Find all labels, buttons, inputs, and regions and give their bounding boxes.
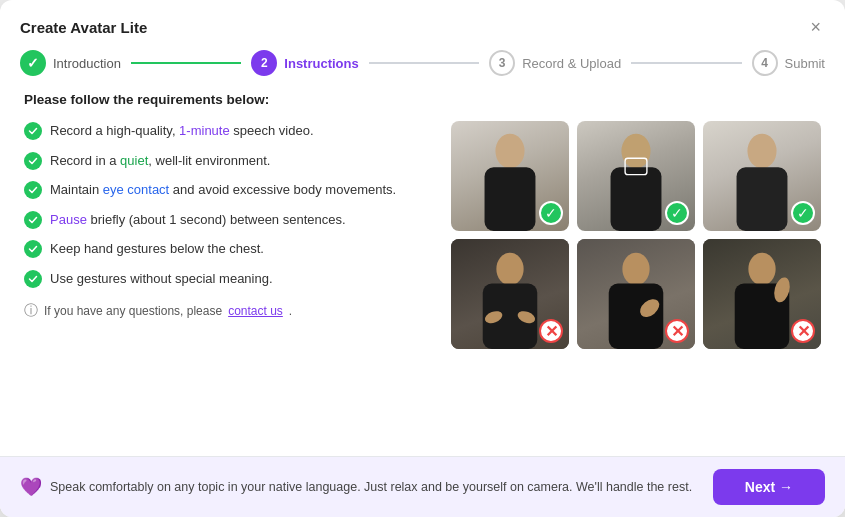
- footer-icon: 💜: [20, 476, 42, 498]
- svg-rect-6: [737, 167, 788, 231]
- example-image-2: ✓: [577, 121, 695, 231]
- image-5-badge: ✕: [665, 319, 689, 343]
- example-image-6: ✕: [703, 239, 821, 349]
- footer: 💜 Speak comfortably on any topic in your…: [0, 456, 845, 517]
- svg-rect-1: [485, 167, 536, 231]
- step-4-circle: 4: [752, 50, 778, 76]
- example-image-1: ✓: [451, 121, 569, 231]
- footer-text: Speak comfortably on any topic in your n…: [50, 480, 692, 494]
- svg-rect-12: [609, 284, 664, 349]
- modal-header: Create Avatar Lite ×: [0, 0, 845, 40]
- req-3-highlight: eye contact: [103, 182, 170, 197]
- requirement-5: Keep hand gestures below the chest.: [24, 239, 427, 259]
- req-1-highlight: 1-minute: [179, 123, 230, 138]
- example-image-4: ✕: [451, 239, 569, 349]
- next-button[interactable]: Next →: [713, 469, 825, 505]
- requirement-4: Pause briefly (about 1 second) between s…: [24, 210, 427, 230]
- req-2-highlight: quiet: [120, 153, 148, 168]
- footer-message: 💜 Speak comfortably on any topic in your…: [20, 476, 713, 498]
- step-2-circle: 2: [251, 50, 277, 76]
- main-area: Record a high-quality, 1-minute speech v…: [24, 121, 821, 349]
- step-4-label: Submit: [785, 56, 825, 71]
- requirement-3: Maintain eye contact and avoid excessive…: [24, 180, 427, 200]
- image-1-badge: ✓: [539, 201, 563, 225]
- svg-point-2: [621, 134, 650, 169]
- example-image-5: ✕: [577, 239, 695, 349]
- image-6-badge: ✕: [791, 319, 815, 343]
- requirement-6: Use gestures without special meaning.: [24, 269, 427, 289]
- req-2-text: Record in a quiet, well-lit environment.: [50, 151, 270, 171]
- info-suffix: .: [289, 304, 292, 318]
- check-icon-2: [24, 152, 42, 170]
- step-line-2: [369, 62, 479, 64]
- close-button[interactable]: ×: [806, 14, 825, 40]
- requirement-2: Record in a quiet, well-lit environment.: [24, 151, 427, 171]
- svg-point-14: [748, 253, 775, 286]
- step-submit: 4 Submit: [752, 50, 825, 76]
- requirements-list: Record a high-quality, 1-minute speech v…: [24, 121, 427, 349]
- step-3-label: Record & Upload: [522, 56, 621, 71]
- step-1-label: Introduction: [53, 56, 121, 71]
- step-line-3: [631, 62, 741, 64]
- check-icon-6: [24, 270, 42, 288]
- image-4-badge: ✕: [539, 319, 563, 343]
- svg-point-5: [747, 134, 776, 169]
- svg-point-0: [495, 134, 524, 169]
- content-area: Please follow the requirements below: Re…: [0, 76, 845, 456]
- requirements-title: Please follow the requirements below:: [24, 92, 821, 107]
- image-2-badge: ✓: [665, 201, 689, 225]
- contact-link[interactable]: contact us: [228, 304, 283, 318]
- req-5-text: Keep hand gestures below the chest.: [50, 239, 264, 259]
- modal-title: Create Avatar Lite: [20, 19, 147, 36]
- check-icon-1: [24, 122, 42, 140]
- svg-point-7: [496, 253, 523, 286]
- svg-rect-3: [611, 167, 662, 231]
- image-3-badge: ✓: [791, 201, 815, 225]
- step-record-upload: 3 Record & Upload: [489, 50, 621, 76]
- check-icon-5: [24, 240, 42, 258]
- step-2-label: Instructions: [284, 56, 358, 71]
- req-1-text: Record a high-quality, 1-minute speech v…: [50, 121, 314, 141]
- step-1-circle: ✓: [20, 50, 46, 76]
- req-4-text: Pause briefly (about 1 second) between s…: [50, 210, 346, 230]
- info-text: If you have any questions, please: [44, 304, 222, 318]
- req-4-highlight: Pause: [50, 212, 87, 227]
- check-icon-3: [24, 181, 42, 199]
- check-icon-4: [24, 211, 42, 229]
- step-instructions: 2 Instructions: [251, 50, 358, 76]
- requirement-1: Record a high-quality, 1-minute speech v…: [24, 121, 427, 141]
- info-icon: ⓘ: [24, 302, 38, 320]
- step-line-1: [131, 62, 241, 64]
- create-avatar-modal: Create Avatar Lite × ✓ Introduction 2 In…: [0, 0, 845, 517]
- req-6-text: Use gestures without special meaning.: [50, 269, 273, 289]
- step-3-circle: 3: [489, 50, 515, 76]
- example-image-3: ✓: [703, 121, 821, 231]
- images-grid: ✓ ✓: [451, 121, 821, 349]
- info-line: ⓘ If you have any questions, please cont…: [24, 302, 427, 320]
- stepper: ✓ Introduction 2 Instructions 3 Record &…: [0, 40, 845, 76]
- step-introduction: ✓ Introduction: [20, 50, 121, 76]
- req-3-text: Maintain eye contact and avoid excessive…: [50, 180, 396, 200]
- svg-point-11: [622, 253, 649, 286]
